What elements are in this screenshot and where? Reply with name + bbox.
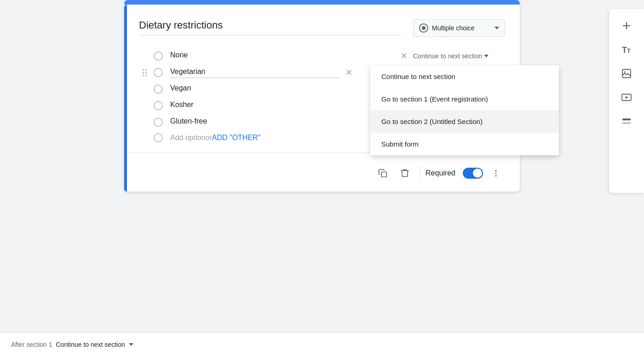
svg-rect-10 bbox=[622, 119, 631, 120]
option-nav-dropdown[interactable]: Continue to next section bbox=[413, 52, 489, 60]
question-type-selector[interactable]: Multiple choice bbox=[413, 19, 505, 37]
add-other-link[interactable]: ADD "OTHER" bbox=[212, 134, 261, 142]
option-remove-button[interactable]: ✕ bbox=[343, 67, 354, 78]
sidebar-image-button[interactable] bbox=[615, 62, 638, 85]
option-radio bbox=[154, 101, 163, 110]
svg-rect-11 bbox=[622, 122, 631, 124]
svg-point-7 bbox=[624, 71, 626, 73]
sidebar-video-button[interactable] bbox=[615, 86, 638, 108]
option-row: None ✕ Continue to next section bbox=[139, 48, 505, 64]
dropdown-item-label: Go to section 2 (Untitled Section) bbox=[381, 118, 483, 125]
svg-text:T: T bbox=[627, 47, 631, 54]
svg-marker-9 bbox=[626, 96, 628, 99]
svg-point-2 bbox=[495, 173, 497, 174]
right-sidebar: T T bbox=[609, 9, 644, 193]
nav-dropdown-menu: Continue to next section Go to section 1… bbox=[370, 65, 559, 155]
after-section-label: After section 1 bbox=[11, 341, 52, 348]
dropdown-item-continue[interactable]: Continue to next section bbox=[370, 65, 559, 88]
card-footer: Required bbox=[139, 160, 505, 182]
main-area: Dietary restrictions Multiple choice Non bbox=[0, 0, 607, 356]
dropdown-item-submit[interactable]: Submit form bbox=[370, 133, 559, 155]
dropdown-item-section2[interactable]: Go to section 2 (Untitled Section) bbox=[370, 110, 559, 133]
footer-divider bbox=[420, 166, 420, 181]
required-toggle[interactable] bbox=[463, 168, 483, 179]
add-option-radio bbox=[154, 133, 163, 142]
add-option-separator: or bbox=[206, 134, 212, 142]
option-text[interactable]: Vegetarian bbox=[170, 68, 339, 78]
delete-button[interactable] bbox=[396, 164, 414, 182]
bottom-nav-dropdown[interactable]: Continue to next section bbox=[56, 341, 133, 348]
option-remove-button[interactable]: ✕ bbox=[398, 51, 409, 62]
option-radio bbox=[154, 51, 163, 61]
dropdown-item-label: Submit form bbox=[381, 140, 419, 148]
drag-handle[interactable] bbox=[139, 69, 150, 76]
dropdown-item-section1[interactable]: Go to section 1 (Event registration) bbox=[370, 88, 559, 110]
sidebar-text-button[interactable]: T T bbox=[615, 39, 638, 61]
svg-text:T: T bbox=[622, 45, 627, 55]
type-chevron-icon bbox=[494, 27, 499, 29]
svg-rect-0 bbox=[381, 172, 386, 177]
option-text[interactable]: None bbox=[170, 51, 395, 62]
sidebar-add-button[interactable] bbox=[615, 15, 638, 37]
radio-type-icon bbox=[419, 23, 428, 33]
bottom-dropdown-text: Continue to next section bbox=[56, 341, 125, 348]
add-option-text[interactable]: Add option bbox=[170, 134, 206, 142]
dropdown-item-label: Go to section 1 (Event registration) bbox=[381, 95, 488, 103]
question-type-label: Multiple choice bbox=[432, 24, 491, 32]
bottom-chevron-icon bbox=[129, 343, 133, 346]
svg-point-1 bbox=[495, 170, 497, 171]
nav-chevron-icon bbox=[484, 55, 489, 57]
option-radio bbox=[154, 118, 163, 127]
dropdown-item-label: Continue to next section bbox=[381, 73, 455, 80]
option-nav-label: Continue to next section bbox=[413, 52, 482, 60]
svg-point-3 bbox=[495, 175, 497, 176]
svg-rect-6 bbox=[622, 69, 631, 78]
toggle-knob bbox=[473, 169, 482, 178]
option-radio bbox=[154, 68, 163, 77]
sidebar-section-button[interactable] bbox=[615, 110, 638, 132]
option-nav: Continue to next section bbox=[413, 52, 505, 60]
option-radio bbox=[154, 85, 163, 94]
bottom-bar: After section 1 Continue to next section bbox=[0, 332, 644, 356]
question-header: Dietary restrictions Multiple choice bbox=[139, 19, 505, 37]
question-title[interactable]: Dietary restrictions bbox=[139, 19, 402, 35]
more-options-button[interactable] bbox=[487, 164, 505, 182]
card-accent-border bbox=[124, 5, 127, 192]
copy-button[interactable] bbox=[374, 164, 392, 182]
radio-type-icon-inner bbox=[422, 26, 426, 30]
required-label: Required bbox=[426, 169, 455, 177]
